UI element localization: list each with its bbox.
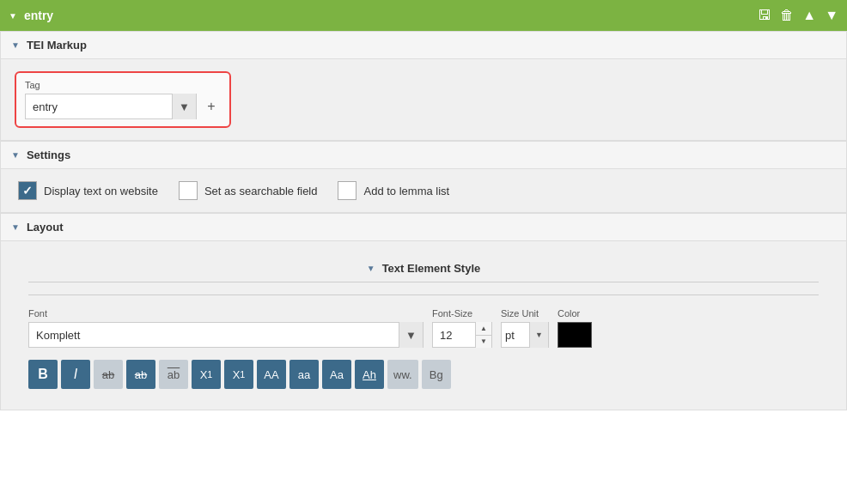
font-select-value: Komplett — [29, 329, 399, 342]
format-row: B I ab ab ab X1 X1 AA aa Aa Ah ww. Bg — [28, 360, 819, 389]
move-up-icon[interactable]: ▲ — [802, 8, 816, 23]
tag-group: Tag entry ▼ + — [15, 71, 231, 128]
font-size-group: Font-Size 12 ▲ ▼ — [432, 308, 492, 348]
searchable-checkbox[interactable] — [179, 181, 198, 200]
entry-title: entry — [24, 9, 53, 22]
lowercase-button[interactable]: aa — [289, 360, 319, 389]
lemma-list-checkbox-group: Add to lemma list — [338, 181, 449, 200]
font-row: Font Komplett ▼ Font-Size 12 ▲ ▼ — [28, 308, 819, 348]
tes-collapse-icon[interactable]: ▼ — [367, 264, 375, 273]
font-size-spinners: ▲ ▼ — [475, 322, 491, 348]
tei-markup-section: ▼ TEI Markup Tag entry ▼ + — [0, 31, 847, 141]
bold-button[interactable]: B — [28, 360, 58, 389]
font-size-up-button[interactable]: ▲ — [476, 322, 491, 336]
superscript-button[interactable]: X1 — [224, 360, 253, 389]
size-unit-select[interactable]: pt ▼ — [501, 322, 549, 348]
display-text-checkbox-group: Display text on website — [18, 181, 158, 200]
tei-collapse-icon[interactable]: ▼ — [11, 40, 20, 50]
font-size-down-button[interactable]: ▼ — [476, 336, 491, 349]
settings-header[interactable]: ▼ Settings — [1, 142, 846, 169]
tei-markup-label: TEI Markup — [27, 39, 87, 52]
font-dropdown-arrow-icon[interactable]: ▼ — [399, 322, 423, 348]
font-group: Font Komplett ▼ — [28, 308, 424, 348]
delete-icon[interactable]: 🗑 — [780, 8, 794, 23]
tag-label: Tag — [25, 80, 221, 90]
layout-header[interactable]: ▼ Layout — [1, 214, 846, 241]
tei-markup-header[interactable]: ▼ TEI Markup — [1, 32, 846, 59]
titlecase-button[interactable]: Aa — [322, 360, 351, 389]
tag-select[interactable]: entry ▼ — [25, 94, 197, 119]
collapse-triangle-icon[interactable]: ▼ — [9, 11, 17, 21]
move-down-icon[interactable]: ▼ — [825, 8, 838, 23]
strikethrough-button[interactable]: ab — [94, 360, 123, 389]
text-element-style: ▼ Text Element Style Font Komplett ▼ Fon… — [15, 253, 832, 398]
settings-label: Settings — [27, 149, 70, 161]
lemma-list-checkbox[interactable] — [338, 181, 356, 200]
size-unit-label: Size Unit — [501, 308, 549, 319]
subscript-button[interactable]: X1 — [192, 360, 221, 389]
font-select[interactable]: Komplett ▼ — [28, 322, 424, 348]
searchable-label: Set as searchable field — [204, 185, 318, 197]
display-text-label: Display text on website — [44, 185, 158, 197]
ww-button[interactable]: ww. — [387, 360, 418, 389]
uppercase-button[interactable]: AA — [257, 360, 286, 389]
layout-body: ▼ Text Element Style Font Komplett ▼ Fon… — [1, 241, 846, 410]
size-unit-group: Size Unit pt ▼ — [501, 308, 549, 348]
tes-title: Text Element Style — [382, 262, 481, 275]
color-label: Color — [558, 308, 592, 319]
searchable-checkbox-group: Set as searchable field — [179, 181, 318, 200]
font-size-input[interactable]: 12 ▲ ▼ — [432, 322, 492, 348]
bg-button[interactable]: Bg — [422, 360, 451, 389]
tag-add-button[interactable]: + — [202, 97, 221, 116]
tes-header: ▼ Text Element Style — [28, 262, 819, 282]
entry-header: ▼ entry 🖫 🗑 ▲ ▼ — [0, 0, 847, 31]
layout-collapse-icon[interactable]: ▼ — [11, 222, 20, 232]
tag-dropdown-arrow-icon[interactable]: ▼ — [172, 94, 196, 119]
tei-markup-body: Tag entry ▼ + — [1, 59, 846, 140]
save-icon[interactable]: 🖫 — [758, 8, 771, 23]
settings-body: Display text on website Set as searchabl… — [1, 169, 846, 212]
tag-select-value: entry — [26, 100, 172, 113]
lemma-list-label: Add to lemma list — [363, 185, 449, 197]
italic-button[interactable]: I — [61, 360, 90, 389]
font-label: Font — [28, 308, 424, 319]
tag-row: entry ▼ + — [25, 94, 221, 119]
highlight-button[interactable]: Ah — [355, 360, 384, 389]
color-swatch[interactable] — [558, 322, 592, 348]
settings-section: ▼ Settings Display text on website Set a… — [0, 141, 847, 213]
display-text-checkbox[interactable] — [18, 181, 37, 200]
overline-button[interactable]: ab — [159, 360, 188, 389]
font-size-label: Font-Size — [432, 308, 492, 319]
strikethrough-dark-button[interactable]: ab — [126, 360, 155, 389]
size-unit-arrow-icon[interactable]: ▼ — [529, 322, 548, 348]
color-group: Color — [558, 308, 592, 348]
layout-label: Layout — [27, 221, 64, 234]
size-unit-value: pt — [502, 329, 529, 342]
settings-collapse-icon[interactable]: ▼ — [11, 150, 20, 160]
font-size-value: 12 — [433, 329, 475, 342]
layout-section: ▼ Layout ▼ Text Element Style Font Kompl… — [0, 213, 847, 410]
